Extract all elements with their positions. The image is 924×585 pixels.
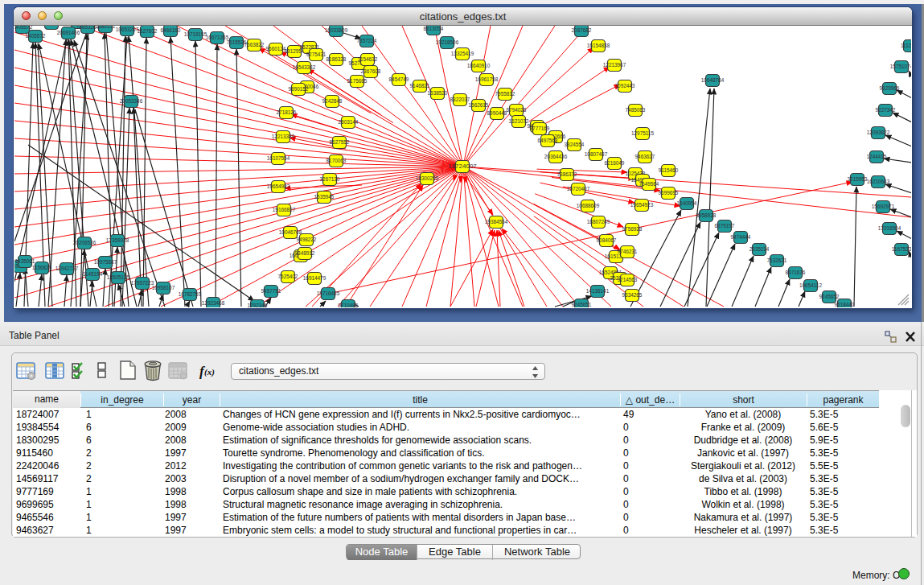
svg-text:15716485: 15716485 (317, 290, 340, 296)
svg-text:15720407: 15720407 (567, 186, 590, 192)
svg-text:9242848: 9242848 (322, 98, 343, 104)
svg-text:1527602: 1527602 (138, 28, 158, 34)
svg-text:19218506: 19218506 (436, 39, 459, 45)
svg-text:2087682: 2087682 (572, 27, 592, 33)
svg-text:18640910: 18640910 (467, 63, 491, 68)
svg-text:9457791: 9457791 (261, 288, 281, 294)
svg-text:9146821: 9146821 (410, 83, 430, 89)
svg-text:16543382: 16543382 (293, 64, 316, 70)
svg-text:7955812: 7955812 (495, 91, 515, 97)
svg-text:10688609: 10688609 (577, 203, 600, 208)
svg-text:9777169: 9777169 (530, 126, 550, 131)
svg-text:1167533: 1167533 (892, 246, 911, 252)
svg-text:13505135: 13505135 (107, 274, 130, 280)
svg-text:17957223: 17957223 (131, 280, 154, 286)
svg-text:9329966: 9329966 (880, 85, 900, 91)
svg-text:6497568: 6497568 (538, 138, 558, 143)
svg-text:16914479: 16914479 (303, 275, 326, 281)
svg-text:9890152: 9890152 (289, 86, 309, 92)
svg-text:16961758: 16961758 (475, 76, 499, 82)
svg-text:12213967: 12213967 (603, 62, 626, 68)
svg-text:7663822: 7663822 (244, 42, 265, 47)
svg-text:1538520: 1538520 (428, 90, 448, 96)
svg-text:6794028: 6794028 (507, 107, 527, 113)
svg-text:6879197: 6879197 (715, 223, 735, 229)
svg-text:17359928: 17359928 (106, 237, 129, 243)
svg-text:9214563: 9214563 (618, 277, 638, 282)
svg-text:3267130: 3267130 (320, 176, 340, 182)
svg-text:1156829: 1156829 (32, 265, 52, 270)
svg-text:16154838: 16154838 (587, 43, 610, 48)
svg-text:10807487: 10807487 (585, 151, 608, 157)
svg-text:1244415: 1244415 (867, 154, 887, 159)
svg-text:16782759: 16782759 (179, 291, 202, 297)
svg-text:2935114: 2935114 (749, 246, 770, 252)
svg-text:1145194: 1145194 (83, 271, 103, 277)
svg-text:9746231: 9746231 (618, 249, 638, 254)
svg-text:9115460: 9115460 (659, 167, 679, 173)
svg-text:12942737: 12942737 (55, 266, 79, 271)
svg-text:8186328: 8186328 (326, 56, 347, 62)
svg-text:17016504: 17016504 (878, 225, 901, 231)
svg-text:8471676: 8471676 (786, 270, 806, 275)
svg-text:1562615: 1562615 (469, 102, 489, 108)
svg-text:20691406: 20691406 (57, 30, 80, 35)
svg-text:1435061: 1435061 (15, 258, 35, 264)
svg-text:9245651: 9245651 (572, 302, 592, 307)
svg-text:6216049: 6216049 (605, 160, 625, 166)
svg-text:15751074: 15751074 (890, 64, 911, 69)
svg-text:14136141: 14136141 (586, 288, 610, 294)
svg-text:1154632: 1154632 (358, 56, 378, 62)
svg-text:12975115: 12975115 (631, 130, 654, 136)
svg-text:19384554: 19384554 (485, 219, 508, 225)
svg-text:9498222: 9498222 (297, 237, 317, 242)
svg-text:19654923: 19654923 (630, 202, 654, 208)
svg-text:1092443: 1092443 (615, 83, 635, 89)
svg-text:10046768: 10046768 (279, 229, 302, 235)
svg-text:1640954: 1640954 (677, 200, 697, 206)
svg-text:18807249: 18807249 (587, 219, 610, 225)
svg-text:9710485: 9710485 (339, 303, 359, 307)
svg-text:9084067: 9084067 (597, 237, 617, 243)
svg-text:18300295: 18300295 (416, 175, 439, 181)
svg-text:2367608: 2367608 (361, 68, 381, 74)
svg-text:7625402: 7625402 (278, 274, 298, 279)
svg-text:7386372: 7386372 (557, 171, 577, 177)
svg-text:8170063: 8170063 (326, 158, 347, 163)
svg-text:9245652: 9245652 (819, 294, 840, 299)
svg-text:1405572: 1405572 (14, 26, 33, 30)
svg-text:10958107: 10958107 (152, 285, 175, 290)
svg-text:20364436: 20364436 (544, 154, 568, 159)
svg-text:2803144: 2803144 (339, 119, 359, 125)
svg-text:19654983: 19654983 (267, 183, 290, 189)
svg-text:16671355: 16671355 (206, 35, 229, 40)
svg-text:9518440: 9518440 (835, 302, 855, 307)
svg-text:9227342: 9227342 (876, 107, 896, 113)
svg-text:7485063: 7485063 (626, 107, 646, 113)
svg-text:16107554: 16107554 (267, 155, 290, 161)
svg-text:8627552: 8627552 (330, 139, 350, 145)
svg-text:10648784: 10648784 (701, 77, 725, 83)
svg-text:9334265: 9334265 (622, 292, 643, 298)
svg-text:8958928: 8958928 (696, 212, 717, 218)
svg-text:9275431: 9275431 (306, 51, 326, 57)
svg-text:18724007: 18724007 (448, 163, 477, 170)
svg-text:6466160: 6466160 (161, 27, 181, 33)
svg-text:7649564: 7649564 (639, 181, 659, 187)
svg-text:2718126: 2718126 (277, 109, 297, 115)
svg-text:9756928: 9756928 (622, 226, 643, 232)
svg-text:12923468: 12923468 (202, 300, 225, 306)
svg-text:3215953: 3215953 (848, 176, 868, 182)
svg-text:1621072: 1621072 (509, 118, 529, 124)
svg-text:7357224: 7357224 (357, 38, 377, 43)
svg-text:5175685: 5175685 (347, 78, 368, 84)
svg-text:16033809: 16033809 (325, 27, 348, 33)
svg-text:15692971: 15692971 (872, 204, 895, 209)
svg-text:19166827: 19166827 (273, 207, 296, 212)
svg-text:20206536: 20206536 (73, 240, 97, 245)
svg-text:9660124: 9660124 (266, 46, 286, 51)
svg-text:16210643: 16210643 (867, 179, 890, 184)
svg-text:8990448: 8990448 (487, 110, 507, 116)
svg-text:1680131: 1680131 (96, 26, 116, 29)
svg-text:10975887: 10975887 (94, 259, 117, 265)
